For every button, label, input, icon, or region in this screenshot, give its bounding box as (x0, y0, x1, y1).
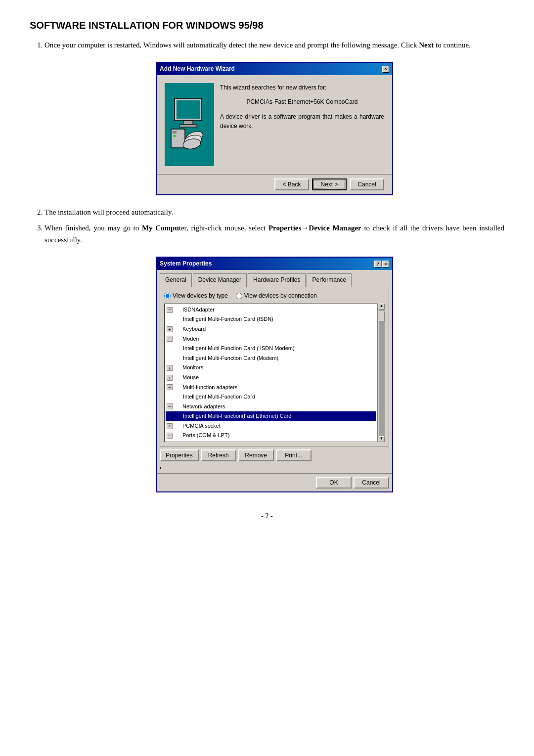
step-1-text: Once your computer is restarted, Windows… (44, 41, 471, 49)
page-title: SOFTWARE INSTALLATION FOR WINDOWS 95/98 (30, 20, 504, 31)
properties-button[interactable]: Properties (160, 449, 199, 461)
tree-item[interactable]: +Mouse (166, 373, 376, 383)
tree-item[interactable]: −Network adapters (166, 402, 376, 412)
wizard-titlebar-buttons: × (382, 66, 389, 73)
tab-performance[interactable]: Performance (307, 273, 352, 287)
step-3: When finished, you may go to My Computer… (44, 222, 504, 497)
remove-button[interactable]: Remove (238, 449, 274, 461)
step-3-text: When finished, you may go to My Computer… (44, 224, 504, 244)
page-number: - 2 - (30, 512, 504, 520)
svg-rect-2 (183, 121, 193, 125)
ok-button[interactable]: OK (316, 477, 352, 489)
system-props-help-btn[interactable]: ? (374, 261, 381, 267)
tab-hardware-profiles[interactable]: Hardware Profiles (248, 273, 306, 287)
system-props-titlebar-buttons: ? × (374, 261, 389, 267)
svg-rect-1 (177, 100, 200, 119)
wizard-text1: This wizard searches for new drivers for… (220, 83, 384, 92)
tree-item[interactable]: −Multi-function adapters (166, 383, 376, 393)
wizard-dialog: Add New Hardware Wizard × (156, 62, 393, 195)
radio-by-connection-input[interactable] (236, 293, 242, 299)
step-2-text: The installation will proceed automatica… (44, 208, 173, 216)
wizard-dialog-container: Add New Hardware Wizard × (44, 57, 504, 200)
wizard-footer: < Back Next > Cancel (157, 174, 392, 194)
system-props-footer: OK Cancel (157, 473, 392, 491)
sys-btn-row: Properties Refresh Remove Print... (157, 446, 392, 464)
tree-item[interactable]: Communications Port (COM1) (166, 441, 376, 442)
radio-row: View devices by type View devices by con… (164, 291, 385, 301)
radio-by-connection[interactable]: View devices by connection (236, 291, 317, 301)
system-props-title: System Properties (160, 259, 212, 268)
tab-general[interactable]: General (160, 273, 192, 287)
scroll-thumb[interactable] (379, 311, 385, 321)
scroll-down-btn[interactable]: ▼ (379, 436, 385, 442)
bullet-marker: • (157, 464, 392, 473)
wizard-cancel-button[interactable]: Cancel (350, 178, 384, 190)
wizard-title: Add New Hardware Wizard (160, 64, 235, 74)
tree-item[interactable]: −ISDNAdapter (166, 305, 376, 315)
wizard-icon-area (165, 83, 214, 166)
wizard-close-btn[interactable]: × (382, 66, 389, 73)
system-props-dialog: System Properties ? × General Device Man… (156, 257, 393, 492)
tree-item[interactable]: Intelligent Multi-Function Card (Modem) (166, 354, 376, 363)
print-button[interactable]: Print... (276, 449, 312, 461)
refresh-button[interactable]: Refresh (201, 449, 236, 461)
wizard-back-button[interactable]: < Back (274, 178, 309, 190)
tabs-row: General Device Manager Hardware Profiles… (157, 270, 392, 286)
radio-by-type-input[interactable] (164, 293, 171, 299)
wizard-body: This wizard searches for new drivers for… (157, 75, 392, 174)
tree-item[interactable]: Intelligent Multi-Function Card (ISDN) (166, 314, 376, 324)
wizard-text3: A device driver is a software program th… (220, 112, 384, 131)
system-props-titlebar: System Properties ? × (157, 258, 392, 270)
tree-item[interactable]: Intelligent Multi-Function(Fast Ethernet… (166, 411, 376, 421)
step-2: The installation will proceed automatica… (44, 206, 504, 218)
scrollbar[interactable]: ▲ ▼ (378, 304, 385, 442)
tree-item[interactable]: +Monitors (166, 363, 376, 373)
system-props-close-btn[interactable]: × (382, 261, 389, 267)
radio-by-connection-label: View devices by connection (244, 291, 317, 301)
svg-point-6 (174, 135, 176, 137)
tree-item[interactable]: Intelligent Multi-Function Card ( ISDN M… (166, 344, 376, 354)
wizard-next-button[interactable]: Next > (312, 178, 347, 190)
svg-rect-5 (173, 131, 177, 133)
radio-by-type[interactable]: View devices by type (164, 291, 228, 301)
computer-illustration (167, 93, 212, 156)
tab-content: View devices by type View devices by con… (160, 287, 389, 446)
wizard-text2: PCMCIAs-Fast Ethernet+56K ComboCard (220, 97, 384, 107)
radio-by-type-label: View devices by type (173, 291, 228, 301)
tree-item[interactable]: −Modem (166, 334, 376, 344)
svg-rect-3 (179, 125, 197, 127)
step-1: Once your computer is restarted, Windows… (44, 39, 504, 200)
tree-item[interactable]: +PCMCIA socket (166, 421, 376, 431)
scroll-up-btn[interactable]: ▲ (379, 304, 385, 310)
device-tree-wrapper: −ISDNAdapterIntelligent Multi-Function C… (164, 304, 385, 442)
device-tree[interactable]: −ISDNAdapterIntelligent Multi-Function C… (164, 304, 378, 442)
tree-item[interactable]: Intelligent Multi-Function Card (166, 392, 376, 402)
wizard-titlebar: Add New Hardware Wizard × (157, 63, 392, 75)
wizard-text-area: This wizard searches for new drivers for… (220, 83, 384, 166)
cancel-button[interactable]: Cancel (354, 477, 389, 489)
tab-device-manager[interactable]: Device Manager (193, 273, 247, 287)
scroll-track (379, 310, 385, 436)
system-props-container: System Properties ? × General Device Man… (44, 252, 504, 497)
tree-item[interactable]: +Keyboard (166, 324, 376, 334)
tree-item[interactable]: −Ports (COM & LPT) (166, 431, 376, 441)
